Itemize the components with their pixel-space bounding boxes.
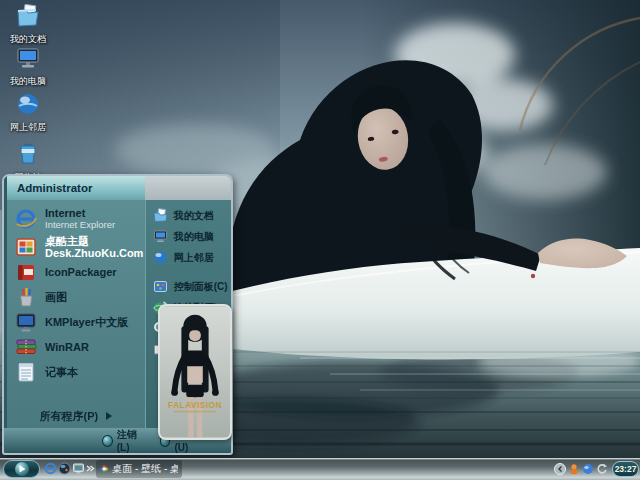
taskbar-task-button[interactable]: 桌面 - 壁纸 - 桌酷壁... [96,460,182,478]
quick-launch-player-icon[interactable] [58,462,71,475]
network-globe-icon [16,92,40,116]
zhuoku-icon [14,236,38,258]
tray-messenger-icon[interactable] [568,463,580,475]
desktop-icon-label: 我的电脑 [10,76,46,86]
quick-launch-show-desktop-icon[interactable] [72,462,85,475]
taskbar: 桌面 - 壁纸 - 桌酷壁... 23:27 [0,458,640,480]
desktop-icon-label: 网上邻居 [10,122,46,132]
log-off-button[interactable]: 注销(L) [102,428,146,453]
computer-icon [15,47,41,70]
desktop-icon-label: 我的文档 [10,34,46,44]
start-menu-header-right [145,176,231,200]
start-menu-username: Administrator [17,182,92,194]
start-orb-icon [15,462,29,476]
all-programs-arrow-icon [106,412,112,420]
start-menu-item-internet[interactable]: InternetInternet Explorer [7,203,145,234]
documents-folder-icon [15,4,41,28]
start-menu-item-kmplayer[interactable]: KMPlayer中文版 [7,309,145,334]
winrar-icon [14,336,38,358]
quick-launch-ie-icon[interactable] [44,462,57,475]
start-menu-item-paint[interactable]: 画图 [7,284,145,309]
desktop-icon-my-documents[interactable]: 我的文档 [2,4,54,46]
start-menu-item-my-documents[interactable]: 我的文档 [146,205,231,226]
all-programs-button[interactable]: 所有程序(P) [7,404,145,428]
system-tray: 23:27 [554,458,639,480]
recycle-bin-icon [16,142,40,166]
iconpackager-icon [14,261,38,283]
control-panel-icon [152,279,169,294]
network-globe-icon [152,250,169,265]
desktop-icon-network-places[interactable]: 网上邻居 [2,92,54,134]
photo-watermark: FALAVISION [168,401,222,410]
desktop-icon-my-computer[interactable]: 我的电脑 [2,47,54,88]
log-off-icon [102,435,113,447]
start-menu: Administrator InternetInternet Explorer [2,174,233,455]
start-menu-item-control-panel[interactable]: 控制面板(C) [146,276,231,297]
theme-girl-photo: FALAVISION [158,304,232,440]
start-menu-item-network-places[interactable]: 网上邻居 [146,247,231,268]
tray-collapse-chevron-icon[interactable] [554,463,566,475]
taskbar-clock[interactable]: 23:27 [612,461,639,477]
start-menu-item-my-computer[interactable]: 我的电脑 [146,226,231,247]
paint-icon [14,286,38,308]
start-menu-item-winrar[interactable]: WinRAR [7,334,145,359]
quick-launch-overflow-chevron-icon[interactable] [86,464,95,473]
start-menu-left-column: InternetInternet Explorer 桌酷主题Desk.ZhuoK… [4,200,145,428]
start-menu-item-notepad[interactable]: 记事本 [7,359,145,384]
task-button-label: 桌面 - 壁纸 - 桌酷壁... [112,462,178,476]
kmplayer-icon [14,311,38,333]
ie-icon [14,208,38,230]
task-button-app-icon [100,463,108,475]
start-menu-item-zhuoku-theme[interactable]: 桌酷主题Desk.ZhuoKu.Com [7,234,145,259]
documents-folder-icon [152,208,169,223]
tray-update-icon[interactable] [596,463,608,475]
notepad-icon [14,361,38,383]
start-button[interactable] [3,460,40,478]
start-menu-item-iconpackager[interactable]: IconPackager [7,259,145,284]
computer-icon [152,229,169,244]
start-menu-header: Administrator [4,176,231,200]
tray-network-globe-icon[interactable] [582,463,594,475]
